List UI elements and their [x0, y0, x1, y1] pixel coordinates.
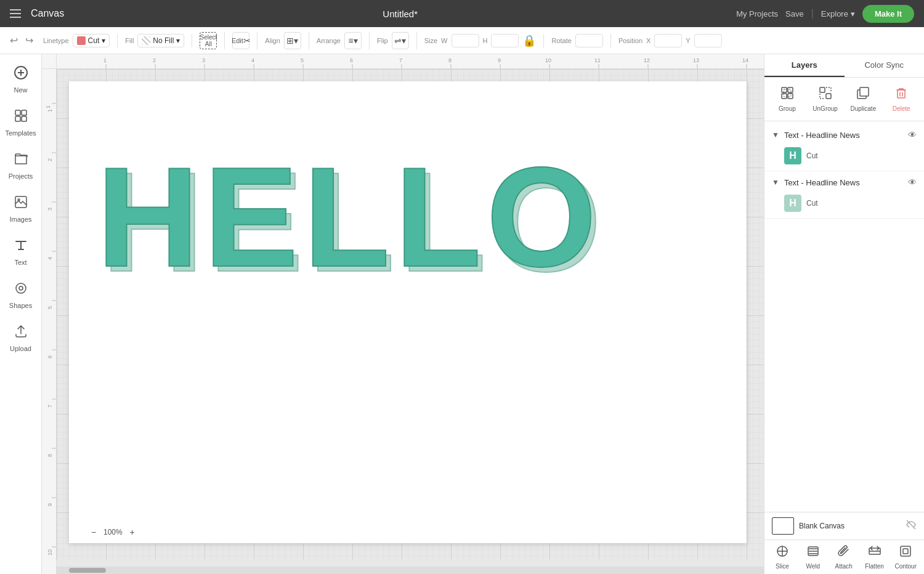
layer-group-2-header[interactable]: ▼ Text - Headline News 👁: [764, 174, 924, 191]
size-w-input[interactable]: [452, 34, 479, 47]
attach-action[interactable]: Attach: [829, 541, 859, 573]
flip-button[interactable]: ⇌▾: [392, 32, 409, 49]
hamburger-menu[interactable]: [10, 9, 21, 18]
group-button[interactable]: Group: [769, 83, 805, 116]
svg-rect-4: [22, 110, 26, 115]
ungroup-button[interactable]: UnGroup: [808, 83, 843, 116]
panel-tabs: Layers Color Sync: [764, 54, 924, 78]
app-name: Canvas: [31, 8, 64, 19]
redo-button[interactable]: ↪: [23, 33, 36, 47]
sidebar-item-projects-label: Projects: [9, 172, 33, 180]
layer-item-2[interactable]: H Cut: [764, 191, 924, 216]
weld-label: Weld: [806, 563, 820, 570]
bottom-panel: Slice Weld Attach: [764, 540, 924, 574]
undo-redo-group: ↩ ↪: [7, 33, 36, 47]
sidebar-item-shapes[interactable]: Shapes: [2, 275, 39, 315]
layer-eye-2[interactable]: 👁: [908, 177, 917, 187]
fill-select[interactable]: No Fill ▾: [137, 34, 184, 47]
sidebar-item-text[interactable]: Text: [2, 232, 39, 272]
sidebar-item-templates-label: Templates: [5, 129, 36, 137]
group-icon: [780, 86, 794, 103]
position-x-input[interactable]: [654, 34, 682, 47]
svg-text:5: 5: [301, 57, 304, 63]
linetype-select[interactable]: Cut ▾: [73, 34, 110, 47]
layer-arrow-2: ▼: [772, 178, 779, 187]
scrollbar-thumb[interactable]: [69, 568, 106, 573]
layer-item-1[interactable]: H Cut: [764, 144, 924, 168]
canvas-area[interactable]: 1 2 3 4 5 6 7 8 9 10 11 12 13 14: [42, 54, 764, 574]
explore-link[interactable]: Explore ▾: [821, 9, 855, 18]
arrange-label: Arrange: [317, 37, 341, 44]
position-y-label: Y: [686, 37, 690, 44]
flatten-label: Flatten: [865, 563, 884, 570]
sidebar-item-images[interactable]: Images: [2, 188, 39, 229]
sidebar-item-text-label: Text: [14, 259, 26, 266]
blank-canvas-row[interactable]: Blank Canvas: [764, 512, 924, 540]
ruler-horizontal: 1 2 3 4 5 6 7 8 9 10 11 12 13 14: [57, 54, 764, 69]
sidebar-item-upload[interactable]: Upload: [2, 318, 39, 358]
rotate-input[interactable]: [575, 34, 603, 47]
blank-canvas-eye[interactable]: [906, 519, 917, 533]
align-button[interactable]: ⊞▾: [284, 32, 301, 49]
canvas-scrollbar[interactable]: [57, 567, 764, 574]
right-panel: Layers Color Sync Group: [764, 54, 924, 574]
arrange-button[interactable]: ≡▾: [344, 32, 362, 49]
zoom-out-button[interactable]: −: [87, 526, 100, 538]
svg-text:14: 14: [742, 57, 748, 63]
weld-action[interactable]: Weld: [798, 541, 829, 573]
canvas-content[interactable]: HELLO HELLO − 100% +: [57, 69, 764, 559]
svg-text:4: 4: [251, 57, 254, 63]
position-y-input[interactable]: [694, 34, 722, 47]
undo-button[interactable]: ↩: [7, 33, 20, 47]
duplicate-button[interactable]: Duplicate: [846, 83, 881, 116]
layer-eye-1[interactable]: 👁: [908, 130, 917, 140]
sidebar-item-new[interactable]: New: [2, 59, 39, 100]
svg-point-10: [19, 286, 23, 290]
svg-text:3: 3: [47, 208, 53, 211]
blank-canvas-label: Blank Canvas: [799, 522, 901, 530]
svg-text:8: 8: [47, 454, 53, 457]
layer-group-1-header[interactable]: ▼ Text - Headline News 👁: [764, 126, 924, 144]
flatten-action[interactable]: Flatten: [859, 541, 890, 573]
svg-rect-65: [788, 94, 793, 99]
ruler-corner: [42, 54, 57, 69]
tab-layers[interactable]: Layers: [764, 54, 845, 77]
zoom-in-button[interactable]: +: [126, 526, 139, 538]
document-title[interactable]: Untitled*: [74, 9, 726, 19]
sidebar-item-templates[interactable]: Templates: [2, 102, 39, 143]
svg-rect-75: [901, 546, 910, 556]
delete-button[interactable]: Delete: [883, 83, 919, 116]
my-projects-link[interactable]: My Projects: [736, 9, 778, 18]
sidebar-item-upload-label: Upload: [10, 345, 31, 352]
hello-text[interactable]: HELLO HELLO: [94, 118, 710, 318]
layer-icon-2: H: [784, 195, 801, 212]
align-label: Align: [265, 37, 280, 44]
svg-text:13: 13: [693, 57, 699, 63]
arrange-group: Arrange ≡▾: [317, 32, 370, 49]
select-all-button[interactable]: Select All: [200, 32, 217, 49]
svg-text:10: 10: [47, 549, 53, 556]
size-h-input[interactable]: [491, 34, 519, 47]
zoom-level: 100%: [103, 528, 123, 536]
svg-text:8: 8: [448, 57, 452, 63]
svg-rect-76: [903, 549, 908, 554]
fill-label: Fill: [125, 37, 134, 44]
save-link[interactable]: Save: [785, 9, 804, 18]
svg-text:10: 10: [545, 57, 551, 63]
svg-rect-64: [782, 94, 787, 99]
sidebar-item-new-label: New: [14, 86, 27, 94]
svg-text:2: 2: [47, 158, 53, 161]
edit-button[interactable]: Edit ✂: [232, 32, 249, 49]
flip-label: Flip: [377, 37, 388, 44]
svg-text:6: 6: [350, 57, 353, 63]
blank-canvas-thumbnail: [772, 517, 794, 535]
svg-text:9: 9: [47, 503, 53, 506]
contour-action[interactable]: Contour: [890, 541, 922, 573]
linetype-label: Linetype: [43, 37, 69, 44]
tab-color-sync[interactable]: Color Sync: [845, 54, 925, 77]
slice-action[interactable]: Slice: [767, 541, 798, 573]
sidebar-item-projects[interactable]: Projects: [2, 145, 39, 186]
layers-list: ▼ Text - Headline News 👁 H Cut ▼ Text - …: [764, 121, 924, 512]
topnav: Canvas Untitled* My Projects Save | Expl…: [0, 0, 924, 27]
make-it-button[interactable]: Make It: [862, 5, 914, 23]
